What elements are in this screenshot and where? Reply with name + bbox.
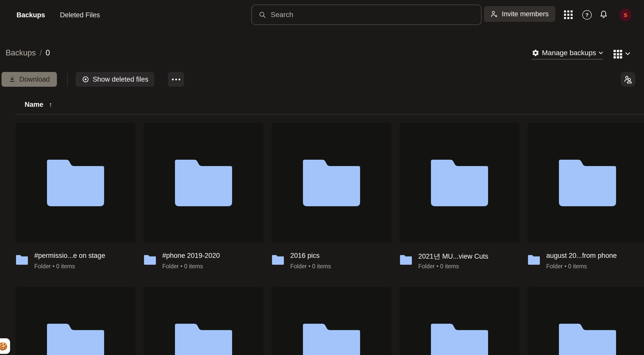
help-glyph: ?	[585, 12, 589, 18]
people-icon	[623, 75, 633, 84]
gear-icon	[532, 49, 539, 57]
folder-icon	[175, 159, 232, 206]
folder-icon	[175, 323, 232, 355]
folder-label[interactable]: august 20...from phone Folder • 0 items	[527, 252, 644, 272]
folder-label[interactable]: 2016 pics Folder • 0 items	[271, 252, 392, 272]
folder-tile[interactable]	[527, 287, 644, 355]
eye-icon	[82, 76, 89, 83]
view-switcher-chevron-icon[interactable]	[625, 52, 630, 56]
tab-backups[interactable]: Backups	[17, 11, 45, 19]
folder-icon	[303, 159, 360, 206]
backups-page: Backups Deleted Files Invite members ?	[0, 0, 644, 355]
folder-icon	[47, 159, 104, 206]
search-icon	[259, 11, 266, 19]
folder-tile[interactable]	[271, 287, 392, 355]
download-icon	[9, 76, 16, 83]
folder-icon	[47, 323, 104, 355]
folder-name: #phone 2019-2020	[162, 252, 220, 260]
folder-label[interactable]: #phone 2019-2020 Folder • 0 items	[143, 252, 264, 272]
folder-label[interactable]: 2021년 MU...view Cuts Folder • 0 items	[399, 252, 520, 272]
folder-tile[interactable]	[15, 123, 136, 242]
folder-tile[interactable]	[15, 287, 136, 355]
search-input[interactable]	[270, 10, 481, 19]
download-label: Download	[19, 76, 50, 83]
members-button[interactable]	[621, 72, 635, 87]
folder-icon	[431, 323, 488, 355]
avatar-initial: s	[623, 11, 627, 19]
invite-members-label: Invite members	[502, 10, 549, 18]
column-header-name[interactable]: Name ↑	[25, 101, 52, 109]
folder-meta: Folder • 0 items	[546, 263, 587, 270]
folder-name: #permissio...e on stage	[34, 252, 105, 260]
manage-backups-button[interactable]: Manage backups	[532, 49, 603, 60]
apps-grid-icon[interactable]	[564, 10, 573, 19]
folder-tile[interactable]	[143, 287, 264, 355]
folder-tile[interactable]	[143, 123, 264, 242]
breadcrumb-backups[interactable]: Backups	[6, 48, 36, 57]
folder-name: 2016 pics	[290, 252, 320, 260]
search-bar[interactable]	[251, 5, 481, 25]
notifications-bell-icon[interactable]	[599, 10, 608, 20]
breadcrumb: Backups / 0	[6, 48, 50, 57]
toolbar-divider	[67, 73, 68, 86]
folder-name: august 20...from phone	[546, 252, 617, 260]
download-button[interactable]: Download	[2, 72, 57, 87]
tab-deleted-files[interactable]: Deleted Files	[60, 11, 100, 19]
breadcrumb-current: 0	[46, 48, 50, 57]
folder-icon	[528, 255, 540, 265]
cookie-consent-button[interactable]: 🍪	[0, 338, 10, 354]
folder-meta: Folder • 0 items	[162, 263, 203, 270]
view-switcher-grid-icon[interactable]	[614, 50, 622, 58]
manage-backups-label: Manage backups	[542, 49, 596, 57]
chevron-down-icon	[599, 51, 603, 54]
ellipsis-icon	[172, 79, 174, 80]
folder-icon	[559, 159, 616, 206]
help-icon[interactable]: ?	[582, 10, 592, 20]
folder-icon	[16, 255, 28, 265]
invite-members-button[interactable]: Invite members	[484, 6, 555, 22]
folder-meta: Folder • 0 items	[290, 263, 331, 270]
folder-icon	[144, 255, 156, 265]
show-deleted-files-button[interactable]: Show deleted files	[76, 72, 154, 87]
folder-name: 2021년 MU...view Cuts	[418, 252, 488, 261]
avatar[interactable]: s	[620, 9, 631, 21]
folder-meta: Folder • 0 items	[34, 263, 75, 270]
cookie-icon: 🍪	[0, 342, 8, 351]
folder-icon	[559, 323, 616, 355]
breadcrumb-separator: /	[40, 48, 42, 57]
folder-icon	[272, 255, 284, 265]
column-name-label: Name	[25, 101, 43, 109]
folder-meta: Folder • 0 items	[418, 263, 459, 270]
show-deleted-files-label: Show deleted files	[93, 76, 148, 83]
folder-label[interactable]: #permissio...e on stage Folder • 0 items	[15, 252, 136, 272]
list-header-divider	[15, 114, 644, 114]
person-add-icon	[491, 10, 498, 18]
more-options-button[interactable]	[168, 72, 184, 87]
folder-tile[interactable]	[399, 287, 520, 355]
folder-tile[interactable]	[399, 123, 520, 242]
folder-icon	[303, 323, 360, 355]
folder-tile[interactable]	[527, 123, 644, 242]
sort-ascending-icon: ↑	[49, 101, 52, 109]
folder-tile[interactable]	[271, 123, 392, 242]
folder-icon	[400, 255, 412, 265]
folder-icon	[431, 159, 488, 206]
